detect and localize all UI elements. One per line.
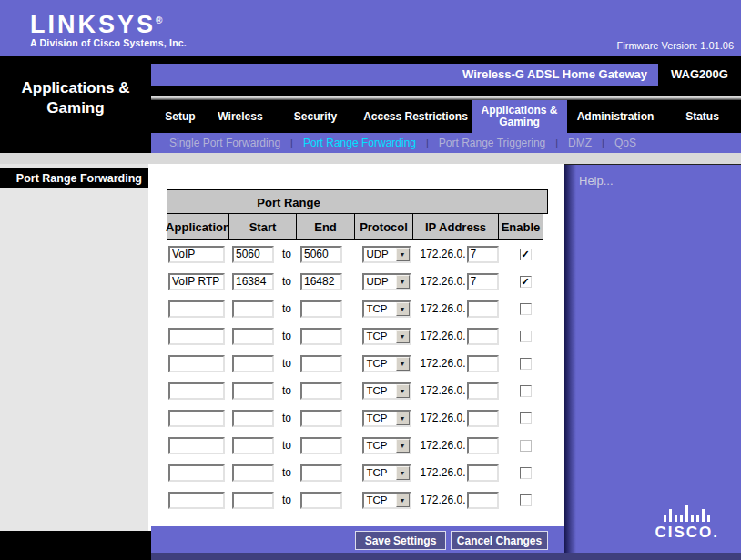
ip-suffix-input[interactable] bbox=[467, 355, 499, 372]
to-label: to bbox=[282, 384, 291, 397]
end-port-input[interactable] bbox=[300, 492, 342, 509]
subnav-qos[interactable]: QoS bbox=[614, 137, 636, 149]
start-port-input[interactable] bbox=[232, 300, 274, 318]
subnav-single-port-forwarding[interactable]: Single Port Forwarding bbox=[169, 137, 280, 149]
dropdown-arrow-icon[interactable]: ▼ bbox=[396, 275, 410, 289]
protocol-select[interactable]: TCP▼ bbox=[362, 382, 411, 400]
dropdown-arrow-icon[interactable]: ▼ bbox=[396, 412, 410, 425]
ip-suffix-input[interactable] bbox=[467, 246, 499, 263]
enable-checkbox[interactable] bbox=[520, 440, 532, 452]
dropdown-arrow-icon[interactable]: ▼ bbox=[396, 248, 410, 261]
dropdown-arrow-icon[interactable]: ▼ bbox=[396, 330, 410, 343]
start-port-input[interactable] bbox=[232, 246, 274, 263]
ip-suffix-input[interactable] bbox=[467, 273, 499, 290]
application-input[interactable] bbox=[168, 492, 225, 509]
dropdown-arrow-icon[interactable]: ▼ bbox=[396, 494, 410, 507]
end-port-input[interactable] bbox=[300, 410, 342, 427]
dropdown-arrow-icon[interactable]: ▼ bbox=[396, 384, 410, 398]
application-input[interactable] bbox=[168, 464, 225, 482]
application-input[interactable] bbox=[168, 328, 225, 345]
subnav-port-range-forwarding[interactable]: Port Range Forwarding bbox=[303, 137, 416, 149]
section-title: Port Range Forwarding bbox=[0, 168, 148, 188]
ip-suffix-input[interactable] bbox=[467, 437, 499, 454]
protocol-select[interactable]: TCP▼ bbox=[362, 492, 411, 509]
end-port-input[interactable] bbox=[300, 246, 342, 263]
end-port-input[interactable] bbox=[300, 382, 342, 400]
table-title-bar: Port Range bbox=[167, 189, 548, 214]
dropdown-arrow-icon[interactable]: ▼ bbox=[396, 466, 410, 480]
dropdown-arrow-icon[interactable]: ▼ bbox=[396, 357, 410, 371]
enable-checkbox[interactable] bbox=[520, 467, 532, 479]
help-link[interactable]: Help... bbox=[579, 174, 614, 188]
table-row: to UDP▼ 172.26.0. ✓ bbox=[167, 268, 548, 295]
start-port-input[interactable] bbox=[232, 492, 274, 509]
ip-prefix: 172.26.0. bbox=[420, 248, 465, 260]
end-port-input[interactable] bbox=[300, 273, 342, 290]
end-port-input[interactable] bbox=[300, 464, 342, 482]
subnav-separator: | bbox=[602, 137, 604, 148]
end-port-input[interactable] bbox=[300, 328, 342, 345]
enable-checkbox[interactable]: ✓ bbox=[520, 249, 532, 260]
end-port-input[interactable] bbox=[300, 437, 342, 454]
application-input[interactable] bbox=[168, 410, 225, 427]
application-input[interactable] bbox=[168, 273, 225, 290]
application-input[interactable] bbox=[168, 355, 225, 372]
enable-checkbox[interactable] bbox=[520, 303, 532, 315]
start-port-input[interactable] bbox=[232, 273, 274, 290]
ip-suffix-input[interactable] bbox=[467, 300, 499, 318]
dropdown-arrow-icon[interactable]: ▼ bbox=[396, 439, 410, 453]
enable-checkbox[interactable] bbox=[520, 331, 532, 342]
start-port-input[interactable] bbox=[232, 382, 274, 400]
ip-suffix-input[interactable] bbox=[467, 410, 499, 427]
col-header-start: Start bbox=[228, 213, 297, 240]
help-panel: Help... CISCO. bbox=[564, 164, 741, 553]
enable-checkbox[interactable] bbox=[520, 385, 532, 397]
ip-suffix-input[interactable] bbox=[467, 382, 499, 400]
ip-suffix-input[interactable] bbox=[467, 464, 499, 482]
tab-administration[interactable]: Administration bbox=[567, 100, 664, 133]
cisco-wordmark: CISCO. bbox=[655, 524, 719, 542]
protocol-select[interactable]: TCP▼ bbox=[362, 300, 411, 318]
enable-checkbox[interactable] bbox=[520, 494, 532, 506]
protocol-value: TCP bbox=[364, 330, 396, 343]
enable-checkbox[interactable] bbox=[520, 412, 532, 424]
protocol-select[interactable]: TCP▼ bbox=[362, 464, 411, 482]
start-port-input[interactable] bbox=[232, 410, 274, 427]
protocol-select[interactable]: UDP▼ bbox=[362, 246, 411, 263]
save-settings-button[interactable]: Save Settings bbox=[355, 531, 446, 550]
sub-nav: Single Port Forwarding | Port Range Forw… bbox=[151, 133, 741, 153]
application-input[interactable] bbox=[168, 437, 225, 454]
enable-checkbox[interactable] bbox=[520, 358, 532, 370]
tab-access-restrictions[interactable]: Access Restrictions bbox=[360, 100, 472, 133]
tab-security[interactable]: Security bbox=[271, 100, 360, 133]
protocol-select[interactable]: TCP▼ bbox=[362, 355, 411, 372]
enable-checkbox[interactable]: ✓ bbox=[520, 276, 532, 288]
protocol-select[interactable]: TCP▼ bbox=[362, 328, 411, 345]
application-input[interactable] bbox=[168, 246, 225, 263]
cancel-changes-button[interactable]: Cancel Changes bbox=[451, 531, 548, 550]
tab-setup[interactable]: Setup bbox=[151, 100, 209, 133]
protocol-select[interactable]: TCP▼ bbox=[362, 437, 411, 454]
protocol-value: UDP bbox=[364, 275, 396, 289]
tab-status[interactable]: Status bbox=[664, 100, 741, 133]
start-port-input[interactable] bbox=[232, 464, 274, 482]
protocol-select[interactable]: TCP▼ bbox=[362, 410, 411, 427]
subnav-port-range-triggering[interactable]: Port Range Triggering bbox=[439, 137, 545, 149]
protocol-select[interactable]: UDP▼ bbox=[362, 273, 411, 290]
to-label: to bbox=[282, 466, 291, 479]
ip-suffix-input[interactable] bbox=[467, 492, 499, 509]
application-input[interactable] bbox=[168, 382, 225, 400]
subnav-dmz[interactable]: DMZ bbox=[568, 137, 592, 149]
ip-suffix-input[interactable] bbox=[467, 328, 499, 345]
table-row: to TCP▼ 172.26.0. bbox=[167, 295, 548, 322]
application-input[interactable] bbox=[168, 300, 225, 318]
tab-applications-gaming[interactable]: Applications & Gaming bbox=[472, 100, 567, 133]
start-port-input[interactable] bbox=[232, 355, 274, 372]
end-port-input[interactable] bbox=[300, 355, 342, 372]
tab-wireless[interactable]: Wireless bbox=[209, 100, 271, 133]
start-port-input[interactable] bbox=[232, 328, 274, 345]
protocol-value: TCP bbox=[364, 412, 396, 425]
start-port-input[interactable] bbox=[232, 437, 274, 454]
end-port-input[interactable] bbox=[300, 300, 342, 318]
dropdown-arrow-icon[interactable]: ▼ bbox=[396, 302, 410, 316]
